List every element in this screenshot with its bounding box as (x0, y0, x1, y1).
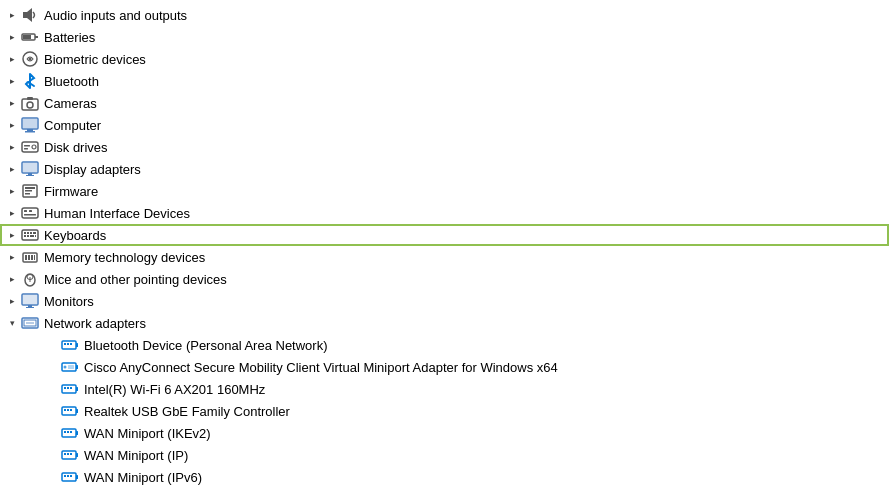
netcard-icon (60, 445, 80, 465)
chevron-diskdrives[interactable] (4, 139, 20, 155)
tree-item-netadapter2[interactable]: Cisco AnyConnect Secure Mobility Client … (0, 356, 889, 378)
monitor-icon (20, 291, 40, 311)
svg-rect-75 (64, 431, 66, 433)
svg-rect-55 (76, 343, 78, 347)
chevron-batteries[interactable] (4, 29, 20, 45)
svg-rect-34 (33, 232, 36, 234)
svg-rect-80 (64, 453, 66, 455)
tree-item-netadapter5[interactable]: WAN Miniport (IKEv2) (0, 422, 889, 444)
chevron-computer[interactable] (4, 117, 20, 133)
tree-item-display[interactable]: Display adapters (0, 158, 889, 180)
svg-rect-62 (68, 365, 74, 369)
tree-item-hid[interactable]: Human Interface Devices (0, 202, 889, 224)
svg-rect-33 (30, 232, 32, 234)
svg-rect-53 (26, 322, 34, 324)
tree-item-netadapter6[interactable]: WAN Miniport (IP) (0, 444, 889, 466)
fingerprint-icon (20, 49, 40, 69)
chevron-cameras[interactable] (4, 95, 20, 111)
svg-rect-32 (27, 232, 29, 234)
tree-item-cameras[interactable]: Cameras (0, 92, 889, 114)
device-manager-tree: Audio inputs and outputsBatteriesBiometr… (0, 0, 889, 500)
hid-icon (20, 203, 40, 223)
tree-item-monitors[interactable]: Monitors (0, 290, 889, 312)
tree-item-audio[interactable]: Audio inputs and outputs (0, 4, 889, 26)
chevron-firmware[interactable] (4, 183, 20, 199)
chevron-memtech[interactable] (4, 249, 20, 265)
svg-marker-1 (27, 8, 32, 22)
svg-rect-57 (67, 343, 69, 345)
svg-rect-35 (24, 235, 26, 237)
tree-item-firmware[interactable]: Firmware (0, 180, 889, 202)
mouse-icon (20, 269, 40, 289)
memtech-icon (20, 247, 40, 267)
netcard-icon (60, 467, 80, 487)
chevron-hid[interactable] (4, 205, 20, 221)
item-label-audio: Audio inputs and outputs (44, 8, 187, 23)
chevron-keyboards[interactable] (4, 227, 20, 243)
svg-rect-49 (28, 305, 32, 307)
svg-rect-68 (62, 407, 76, 415)
netcard-icon (60, 379, 80, 399)
tree-item-biometric[interactable]: Biometric devices (0, 48, 889, 70)
tree-item-computer[interactable]: Computer (0, 114, 889, 136)
svg-rect-67 (70, 387, 72, 389)
tree-item-batteries[interactable]: Batteries (0, 26, 889, 48)
svg-rect-69 (76, 409, 78, 413)
svg-point-6 (29, 58, 32, 61)
tree-item-memtech[interactable]: Memory technology devices (0, 246, 889, 268)
keyboard-icon (20, 225, 40, 245)
svg-rect-78 (62, 451, 76, 459)
chevron-biometric[interactable] (4, 51, 20, 67)
item-label-netadapter1: Bluetooth Device (Personal Area Network) (84, 338, 328, 353)
svg-rect-64 (76, 387, 78, 391)
svg-rect-28 (29, 210, 32, 212)
camera-icon (20, 93, 40, 113)
svg-rect-12 (27, 129, 33, 131)
item-label-diskdrives: Disk drives (44, 140, 108, 155)
tree-item-netadapter7[interactable]: WAN Miniport (IPv6) (0, 466, 889, 488)
svg-rect-71 (67, 409, 69, 411)
item-label-keyboards: Keyboards (44, 228, 106, 243)
tree-item-netadapters[interactable]: Network adapters (0, 312, 889, 334)
tree-item-netadapter3[interactable]: Intel(R) Wi-Fi 6 AX201 160MHz (0, 378, 889, 400)
svg-rect-27 (24, 210, 27, 212)
netcard-icon (60, 335, 80, 355)
item-label-netadapter4: Realtek USB GbE Family Controller (84, 404, 290, 419)
svg-rect-87 (70, 475, 72, 477)
disk-icon (20, 137, 40, 157)
tree-item-bluetooth[interactable]: Bluetooth (0, 70, 889, 92)
svg-rect-16 (24, 145, 30, 147)
item-label-batteries: Batteries (44, 30, 95, 45)
tree-item-netadapter4[interactable]: Realtek USB GbE Family Controller (0, 400, 889, 422)
display-icon (20, 159, 40, 179)
chevron-display[interactable] (4, 161, 20, 177)
svg-point-8 (27, 102, 33, 108)
tree-item-keyboards[interactable]: Keyboards (0, 224, 889, 246)
chevron-monitors[interactable] (4, 293, 20, 309)
chevron-audio[interactable] (4, 7, 20, 23)
svg-rect-43 (34, 255, 35, 260)
tree-item-diskdrives[interactable]: Disk drives (0, 136, 889, 158)
svg-rect-3 (35, 36, 38, 38)
chevron-netadapters[interactable] (4, 315, 20, 331)
firmware-icon (20, 181, 40, 201)
svg-rect-20 (28, 173, 32, 175)
item-label-netadapters: Network adapters (44, 316, 146, 331)
item-label-netadapter7: WAN Miniport (IPv6) (84, 470, 202, 485)
svg-rect-0 (23, 12, 27, 18)
item-label-firmware: Firmware (44, 184, 98, 199)
svg-rect-4 (23, 35, 31, 39)
item-label-netadapter3: Intel(R) Wi-Fi 6 AX201 160MHz (84, 382, 265, 397)
svg-rect-72 (70, 409, 72, 411)
tree-item-mice[interactable]: Mice and other pointing devices (0, 268, 889, 290)
svg-rect-13 (25, 131, 35, 133)
svg-rect-9 (27, 97, 33, 100)
item-label-hid: Human Interface Devices (44, 206, 190, 221)
chevron-mice[interactable] (4, 271, 20, 287)
bluetooth-icon (20, 71, 40, 91)
svg-rect-86 (67, 475, 69, 477)
svg-rect-23 (25, 187, 35, 189)
chevron-bluetooth[interactable] (4, 73, 20, 89)
svg-rect-40 (25, 255, 27, 260)
tree-item-netadapter1[interactable]: Bluetooth Device (Personal Area Network) (0, 334, 889, 356)
